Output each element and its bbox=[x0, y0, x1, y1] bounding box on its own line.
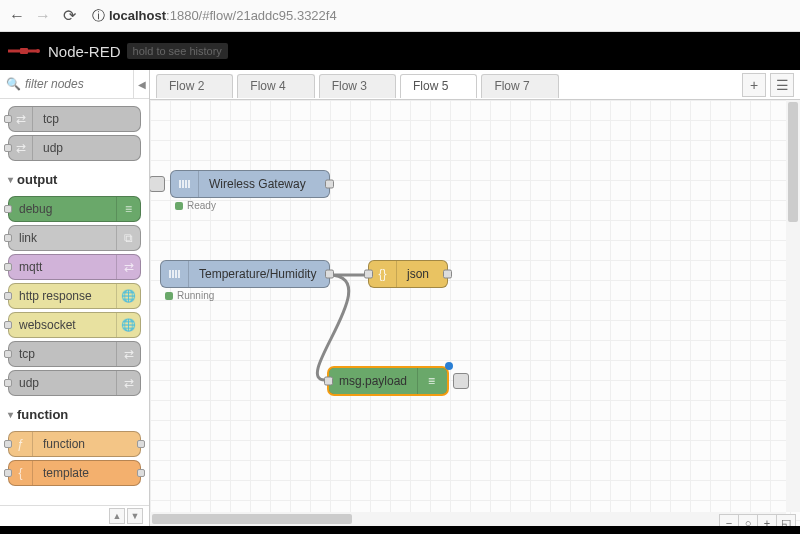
browser-toolbar: ← → ⟳ ⓘ localhost:1880/#flow/21addc95.33… bbox=[0, 0, 800, 32]
add-flow-button[interactable]: + bbox=[742, 73, 766, 97]
bottom-bar bbox=[0, 526, 800, 534]
flow-tab[interactable]: Flow 7 bbox=[481, 74, 558, 98]
palette-node-udp[interactable]: ⇄udp bbox=[8, 135, 141, 161]
node-wireless-gateway[interactable]: Wireless Gateway Ready bbox=[170, 170, 330, 198]
palette-node-label: http response bbox=[9, 289, 116, 303]
palette-node-link[interactable]: link⧉ bbox=[8, 225, 141, 251]
search-input[interactable] bbox=[25, 77, 127, 91]
bridge-icon: ⇄ bbox=[116, 255, 140, 279]
input-port bbox=[4, 205, 12, 213]
address-bar[interactable]: ⓘ localhost:1880/#flow/21addc95.3322f4 bbox=[86, 7, 792, 25]
node-label: msg.payload bbox=[329, 374, 417, 388]
node-status: Running bbox=[165, 290, 214, 301]
node-status: Ready bbox=[175, 200, 216, 211]
flow-tab[interactable]: Flow 5 bbox=[400, 74, 477, 98]
chevron-down-icon: ▾ bbox=[8, 174, 13, 185]
output-port[interactable] bbox=[325, 180, 334, 189]
wire-layer bbox=[150, 100, 800, 526]
canvas-horizontal-scrollbar[interactable] bbox=[150, 512, 786, 526]
input-port bbox=[4, 350, 12, 358]
node-temperature-humidity[interactable]: Temperature/Humidity Running bbox=[160, 260, 330, 288]
canvas-area: Flow 2Flow 4Flow 3Flow 5Flow 7+☰ Wireles… bbox=[150, 70, 800, 526]
palette-node-label: websocket bbox=[9, 318, 116, 332]
input-port bbox=[4, 234, 12, 242]
input-port bbox=[4, 440, 12, 448]
bars-icon: ≡ bbox=[116, 197, 140, 221]
bridge-icon: ⇄ bbox=[9, 136, 33, 160]
palette-node-function[interactable]: ƒfunction bbox=[8, 431, 141, 457]
palette-node-http-response[interactable]: http response🌐 bbox=[8, 283, 141, 309]
list-flows-button[interactable]: ☰ bbox=[770, 73, 794, 97]
bridge-icon: ⇄ bbox=[116, 342, 140, 366]
input-port[interactable] bbox=[324, 377, 333, 386]
globe-icon: 🌐 bbox=[116, 284, 140, 308]
svg-rect-0 bbox=[20, 48, 28, 54]
palette-node-tcp[interactable]: ⇄tcp bbox=[8, 106, 141, 132]
palette-node-label: tcp bbox=[33, 112, 140, 126]
output-port bbox=[137, 440, 145, 448]
node-button[interactable] bbox=[453, 373, 469, 389]
palette-node-template[interactable]: {template bbox=[8, 460, 141, 486]
serial-icon bbox=[171, 171, 199, 197]
palette-category[interactable]: ▾output bbox=[8, 164, 141, 193]
brace-icon: { bbox=[9, 461, 33, 485]
palette-search[interactable]: 🔍 bbox=[0, 73, 133, 95]
output-port[interactable] bbox=[443, 270, 452, 279]
flow-tabs: Flow 2Flow 4Flow 3Flow 5Flow 7+☰ bbox=[150, 70, 800, 100]
logo: Node-RED bbox=[6, 43, 121, 60]
svg-point-1 bbox=[36, 49, 40, 53]
flow-tab[interactable]: Flow 2 bbox=[156, 74, 233, 98]
palette-node-label: link bbox=[9, 231, 116, 245]
palette-footer: ▲ ▼ bbox=[0, 505, 149, 526]
bars-icon: ≡ bbox=[417, 368, 445, 394]
bridge-icon: ⇄ bbox=[9, 107, 33, 131]
input-port bbox=[4, 321, 12, 329]
app-header: Node-RED hold to see history bbox=[0, 32, 800, 70]
brand-text: Node-RED bbox=[48, 43, 121, 60]
input-port bbox=[4, 115, 12, 123]
palette-node-label: mqtt bbox=[9, 260, 116, 274]
info-icon: ⓘ bbox=[92, 7, 105, 25]
input-port[interactable] bbox=[364, 270, 373, 279]
input-port bbox=[4, 379, 12, 387]
flow-canvas[interactable]: Wireless Gateway Ready Temperature/Humid… bbox=[150, 100, 800, 526]
palette-node-debug[interactable]: debug≡ bbox=[8, 196, 141, 222]
palette-collapse-button[interactable]: ◀ bbox=[133, 70, 149, 98]
link-icon: ⧉ bbox=[116, 226, 140, 250]
header-hint: hold to see history bbox=[127, 43, 228, 59]
palette-up-button[interactable]: ▲ bbox=[109, 508, 125, 524]
chevron-down-icon: ▾ bbox=[8, 409, 13, 420]
node-debug[interactable]: msg.payload ≡ bbox=[328, 367, 448, 395]
globe-icon: 🌐 bbox=[116, 313, 140, 337]
palette-node-label: template bbox=[33, 466, 140, 480]
palette-node-label: udp bbox=[9, 376, 116, 390]
flow-tab[interactable]: Flow 4 bbox=[237, 74, 314, 98]
flow-tab[interactable]: Flow 3 bbox=[319, 74, 396, 98]
palette-category[interactable]: ▾function bbox=[8, 399, 141, 428]
palette-node-label: tcp bbox=[9, 347, 116, 361]
palette-down-button[interactable]: ▼ bbox=[127, 508, 143, 524]
url-path: :1880/#flow/21addc95.3322f4 bbox=[166, 8, 337, 23]
forward-button[interactable]: → bbox=[34, 7, 52, 25]
node-label: Temperature/Humidity bbox=[189, 267, 326, 281]
changed-dot-icon bbox=[445, 362, 453, 370]
palette-node-websocket[interactable]: websocket🌐 bbox=[8, 312, 141, 338]
palette-list[interactable]: ⇄tcp⇄udp▾outputdebug≡link⧉mqtt⇄http resp… bbox=[0, 99, 149, 505]
canvas-vertical-scrollbar[interactable] bbox=[786, 100, 800, 512]
reload-button[interactable]: ⟳ bbox=[60, 7, 78, 25]
output-port[interactable] bbox=[325, 270, 334, 279]
palette-node-label: function bbox=[33, 437, 140, 451]
search-icon: 🔍 bbox=[6, 77, 21, 91]
palette-node-tcp[interactable]: tcp⇄ bbox=[8, 341, 141, 367]
palette-node-udp[interactable]: udp⇄ bbox=[8, 370, 141, 396]
input-port bbox=[4, 469, 12, 477]
brace-icon: {} bbox=[369, 261, 397, 287]
palette-node-label: udp bbox=[33, 141, 140, 155]
back-button[interactable]: ← bbox=[8, 7, 26, 25]
node-json[interactable]: {} json bbox=[368, 260, 448, 288]
node-button[interactable] bbox=[150, 176, 165, 192]
input-port bbox=[4, 263, 12, 271]
palette-node-mqtt[interactable]: mqtt⇄ bbox=[8, 254, 141, 280]
workspace: 🔍 ◀ ⇄tcp⇄udp▾outputdebug≡link⧉mqtt⇄http … bbox=[0, 70, 800, 526]
logo-icon bbox=[6, 44, 42, 58]
